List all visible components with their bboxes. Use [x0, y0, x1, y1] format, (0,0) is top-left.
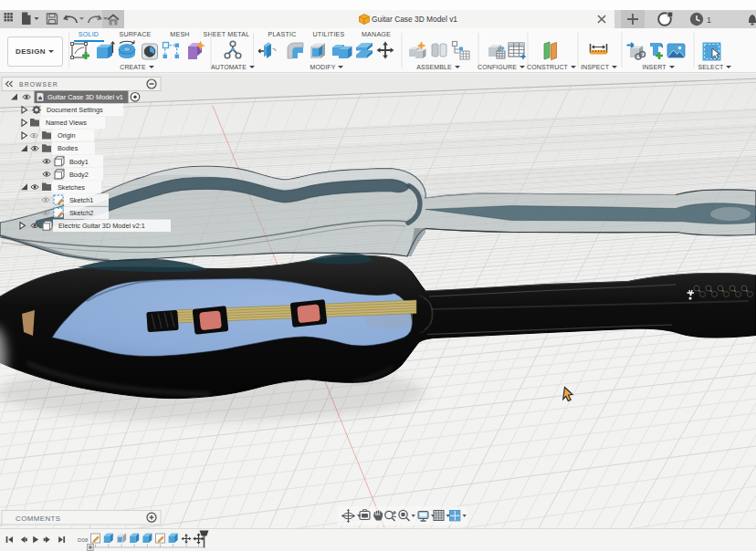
svg-text:COMMENTS: COMMENTS [16, 515, 60, 523]
svg-text:Bodies: Bodies [58, 144, 79, 152]
svg-text:Sketches: Sketches [58, 183, 85, 192]
svg-text:Named Views: Named Views [46, 119, 87, 127]
svg-text:Guitar Case 3D Model v1: Guitar Case 3D Model v1 [47, 93, 123, 101]
svg-text:Body1: Body1 [69, 158, 89, 166]
svg-text:Document Settings: Document Settings [47, 106, 103, 114]
svg-text:BROWSER: BROWSER [19, 81, 58, 88]
svg-text:Origin: Origin [58, 131, 75, 140]
svg-text:D08: D08 [78, 536, 89, 543]
svg-text:Body2: Body2 [69, 171, 89, 179]
svg-text:Sketch2: Sketch2 [69, 209, 93, 217]
svg-text:Electric Guitar 3D Model v2:1: Electric Guitar 3D Model v2:1 [58, 222, 145, 230]
svg-text:1: 1 [707, 16, 711, 25]
svg-text:Sketch1: Sketch1 [69, 196, 93, 204]
